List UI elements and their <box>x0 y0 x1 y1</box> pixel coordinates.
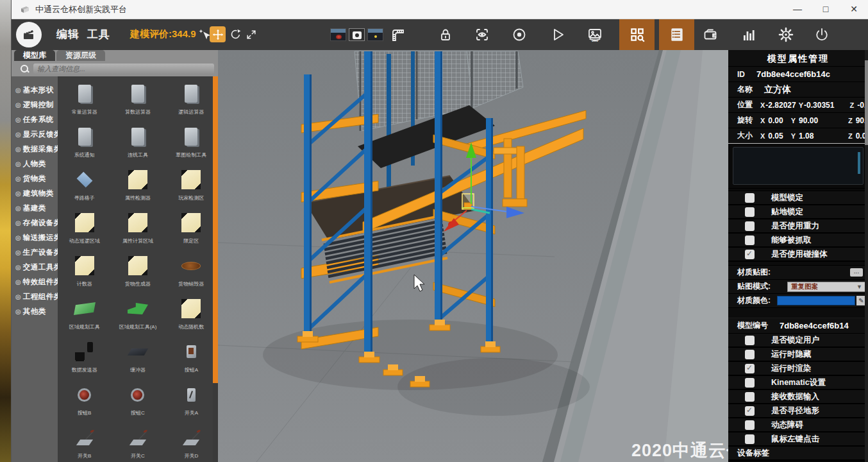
property-checkbox-row[interactable]: Kinematic设置 <box>728 376 868 390</box>
wallet-icon[interactable] <box>703 27 718 42</box>
photo-360-icon[interactable]: 360 <box>587 27 603 42</box>
sidebar-category-item[interactable]: ◎ 基本形状 <box>12 83 58 98</box>
checkbox-icon[interactable] <box>745 336 755 345</box>
sidebar-category-item[interactable]: ◎ 货物类 <box>12 171 58 186</box>
model-library-item[interactable]: 系统通知 <box>58 124 111 167</box>
record-target-icon[interactable] <box>512 27 527 42</box>
checkbox-icon[interactable] <box>745 420 755 430</box>
checkbox-icon[interactable] <box>745 364 755 373</box>
checkbox-icon[interactable] <box>745 235 755 245</box>
material-color-swatch[interactable] <box>777 296 855 305</box>
view-thumbnail-camera[interactable] <box>349 28 365 41</box>
model-library-item[interactable]: 开关C <box>111 425 164 462</box>
sidebar-category-item[interactable]: ◎ 人物类 <box>12 157 58 171</box>
model-library-item[interactable]: 区域规划工具 <box>58 296 111 339</box>
sidebar-category-item[interactable]: ◎ 建筑物类 <box>12 186 58 201</box>
model-library-item[interactable]: 开关D <box>165 425 218 462</box>
notes-scrollbar[interactable] <box>858 152 860 174</box>
sidebar-category-item[interactable]: ◎ 其他类 <box>12 304 58 319</box>
model-library-item[interactable]: 玩家检测区 <box>165 167 218 210</box>
model-library-item[interactable]: 按钮B <box>58 382 111 425</box>
viewport-3d[interactable]: 2020中通云仓杯创新实践平台 <box>218 50 728 462</box>
property-checkbox-row[interactable]: 能够被抓取 <box>728 234 868 248</box>
checkbox-icon[interactable] <box>745 250 755 259</box>
menu-edit[interactable]: 编辑 <box>56 27 79 42</box>
property-checkbox-row[interactable]: 模型锁定 <box>728 191 868 205</box>
settings-gear-icon[interactable] <box>778 27 794 42</box>
model-library-item[interactable]: 连线工具 <box>111 124 164 167</box>
property-checkbox-row[interactable]: 是否锁定用户 <box>728 334 868 348</box>
panel-scrollbar-thumb[interactable] <box>865 60 868 145</box>
model-library-item[interactable]: 区域规划工具(A) <box>111 296 164 339</box>
model-library-item[interactable]: 货物销毁器 <box>165 253 218 296</box>
more-button[interactable]: ... <box>850 268 863 277</box>
sidebar-category-item[interactable]: ◎ 特效组件类 <box>12 275 58 289</box>
rotate-tool-button[interactable] <box>228 26 244 42</box>
model-library-item[interactable]: 常量运算器 <box>58 81 111 124</box>
checkbox-icon[interactable] <box>745 378 755 388</box>
property-checkbox-row[interactable]: 贴地锁定 <box>728 205 868 219</box>
model-library-item[interactable]: 动态随机数 <box>165 296 218 339</box>
panel-scrollbar[interactable] <box>865 50 868 462</box>
property-checkbox-row[interactable]: 是否使用重力 <box>728 219 868 234</box>
tab-resource-hierarchy[interactable]: 资源层级 <box>56 50 105 61</box>
app-logo[interactable] <box>16 22 42 47</box>
move-tool-button[interactable] <box>210 26 226 42</box>
sidebar-category-item[interactable]: ◎ 数据采集类 <box>12 142 58 157</box>
sidebar-category-item[interactable]: ◎ 交通工具类 <box>12 260 58 275</box>
focus-view-icon[interactable] <box>474 27 490 42</box>
model-library-item[interactable]: 草图绘制工具 <box>165 124 218 167</box>
list-form-button[interactable] <box>659 19 694 50</box>
maximize-button[interactable]: □ <box>812 0 840 19</box>
model-library-item[interactable]: 开关B <box>58 425 111 462</box>
model-library-item[interactable]: 数据发送器 <box>58 339 111 382</box>
close-button[interactable]: ✕ <box>840 0 868 19</box>
items-scrollbar-thumb[interactable] <box>213 76 218 383</box>
property-checkbox-row[interactable]: 动态障碍 <box>728 418 868 432</box>
lock-icon[interactable] <box>438 27 453 42</box>
model-library-item[interactable]: 限定区 <box>165 210 218 253</box>
bar-chart-icon[interactable] <box>741 27 756 42</box>
property-checkbox-row[interactable]: 运行时渲染 <box>728 362 868 376</box>
checkbox-icon[interactable] <box>745 350 755 359</box>
model-library-item[interactable]: 货物生成器 <box>111 253 164 296</box>
property-checkbox-row[interactable]: 鼠标左键点击 <box>728 432 868 447</box>
tab-model-library[interactable]: 模型库 <box>14 50 55 61</box>
property-checkbox-row[interactable]: 运行时隐藏 <box>728 348 868 362</box>
rotation-row[interactable]: 旋转 X0.00 Y90.00 Z90.0 <box>728 113 868 128</box>
model-library-item[interactable]: 动态巡逻区域 <box>58 210 111 253</box>
sidebar-category-item[interactable]: ◎ 基建类 <box>12 201 58 216</box>
model-library-item[interactable]: 按钮C <box>111 382 164 425</box>
position-row[interactable]: 位置 X-2.82027 Y-0.30351 Z-0.1 <box>728 98 868 113</box>
sidebar-category-item[interactable]: ◎ 任务系统 <box>12 112 58 127</box>
view-thumbnail-1[interactable] <box>330 28 346 41</box>
property-checkbox-row[interactable]: 是否使用碰撞体 <box>728 248 868 262</box>
ruler-icon[interactable] <box>390 27 405 42</box>
sidebar-category-item[interactable]: ◎ 生产设备类 <box>12 245 58 260</box>
property-checkbox-row[interactable]: 接收数据输入 <box>728 390 868 404</box>
view-thumbnail-2[interactable] <box>367 28 383 41</box>
property-checkbox-row[interactable]: 是否寻径地形 <box>728 404 868 418</box>
model-library-item[interactable]: 寻路格子 <box>58 167 111 210</box>
scale-row[interactable]: 大小 X0.05 Y1.08 Z0.05 <box>728 128 868 144</box>
checkbox-icon[interactable] <box>745 207 755 217</box>
model-library-item[interactable]: 缓冲器 <box>111 339 164 382</box>
notes-textarea[interactable] <box>733 147 864 185</box>
checkbox-icon[interactable] <box>745 406 755 416</box>
model-library-item[interactable]: 计数器 <box>58 253 111 296</box>
model-library-item[interactable]: 属性计算区域 <box>111 210 164 253</box>
sidebar-category-item[interactable]: ◎ 逻辑控制 <box>12 98 58 112</box>
sidebar-category-item[interactable]: ◎ 工程组件类 <box>12 289 58 304</box>
grid-search-button[interactable] <box>619 19 655 50</box>
model-library-item[interactable]: 算数运算器 <box>111 81 164 124</box>
model-library-item[interactable]: 开关A <box>165 382 218 425</box>
minimize-button[interactable]: — <box>783 0 812 19</box>
play-icon[interactable] <box>550 27 565 42</box>
sidebar-category-item[interactable]: ◎ 输送搬运类 <box>12 230 58 245</box>
checkbox-icon[interactable] <box>745 392 755 402</box>
checkbox-icon[interactable] <box>745 193 755 203</box>
power-icon[interactable] <box>814 27 830 42</box>
model-library-item[interactable]: 按钮A <box>165 339 218 382</box>
sidebar-category-item[interactable]: ◎ 存储设备类 <box>12 216 58 230</box>
menu-tools[interactable]: 工具 <box>87 27 110 42</box>
